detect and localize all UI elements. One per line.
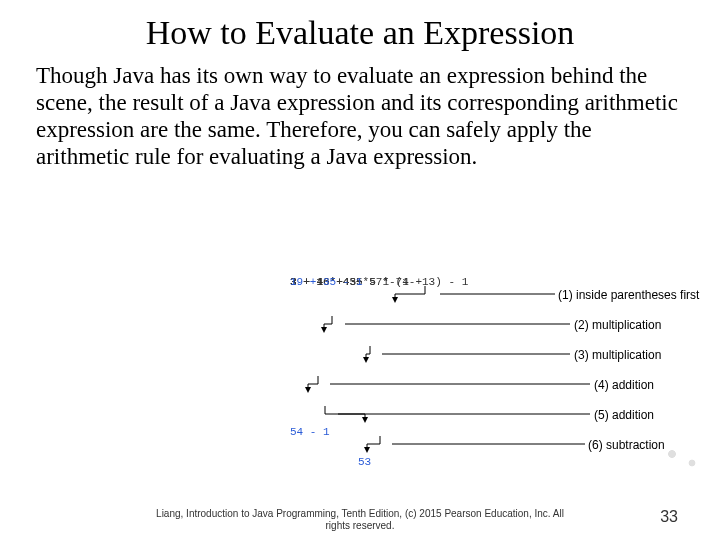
slide-title: How to Evaluate an Expression <box>30 14 690 52</box>
footer: Liang, Introduction to Java Programming,… <box>0 508 720 532</box>
slide-body: Though Java has its own way to evaluate … <box>36 62 684 171</box>
page-number: 33 <box>660 508 678 526</box>
annotation-1: (1) inside parentheses first <box>558 288 699 302</box>
step-line-5: 19 + 35 - 1 <box>290 276 363 288</box>
annotation-5: (5) addition <box>594 408 654 422</box>
footer-line-2: rights reserved. <box>0 520 720 532</box>
annotation-4: (4) addition <box>594 378 654 392</box>
watermark-graphic <box>640 430 720 490</box>
step-line-7: 53 <box>358 456 371 468</box>
annotation-3: (3) multiplication <box>574 348 661 362</box>
footer-line-1: Liang, Introduction to Java Programming,… <box>0 508 720 520</box>
step-line-6: 54 - 1 <box>290 426 330 438</box>
annotation-2: (2) multiplication <box>574 318 661 332</box>
